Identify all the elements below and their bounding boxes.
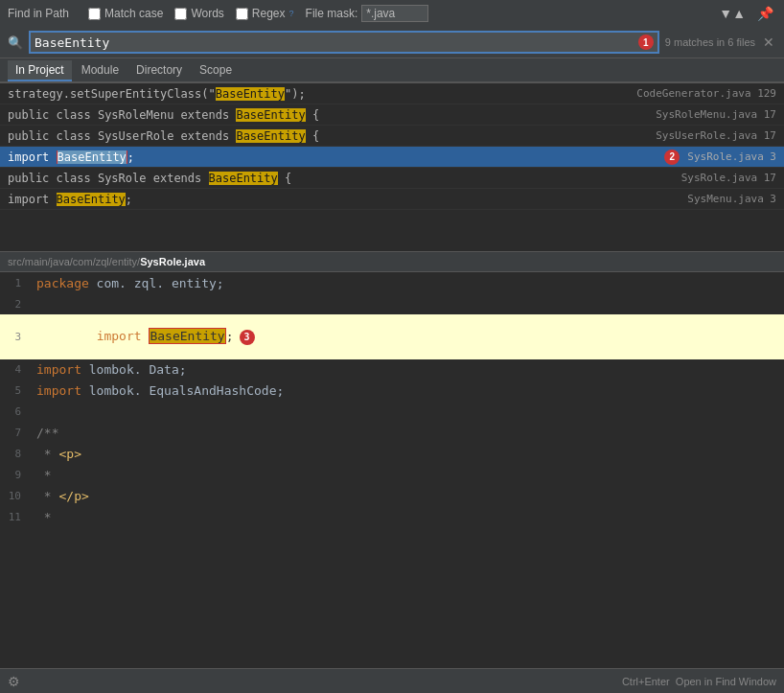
line-content: * [29,468,784,482]
result-code: public class SysRoleMenu extends BaseEnt… [8,108,648,122]
result-row-selected[interactable]: import BaseEntity; 2 SysRole.java 3 [0,147,784,168]
words-label: Words [191,7,223,20]
file-mask-label: File mask: [306,5,429,22]
result-row[interactable]: import BaseEntity; SysMenu.java 3 [0,189,784,210]
file-path-bar: src/main/java/com/zql/entity/SysRole.jav… [0,252,784,272]
line-number: 10 [0,490,29,502]
tab-scope[interactable]: Scope [192,60,240,81]
line-number: 3 [0,331,29,343]
match-case-checkbox[interactable] [88,8,101,20]
result-file: SysRole.java 3 [687,150,776,163]
regex-label: Regex [252,7,286,20]
line-number: 6 [0,405,29,418]
result-code: strategy.setSuperEntityClass("BaseEntity… [8,87,629,101]
line-number: 9 [0,469,29,481]
file-mask-input[interactable] [361,5,428,22]
code-line: 9 * [0,465,784,486]
code-line: 5 import lombok. EqualsAndHashCode; [0,381,784,402]
line-number: 7 [0,427,29,439]
line-content: * [29,510,784,524]
toolbar-icons: ▼▲ 📌 [716,4,776,23]
highlight-box: BaseEntity [149,328,225,344]
results-list: strategy.setSuperEntityClass("BaseEntity… [0,83,784,251]
code-line: 7 /** [0,423,784,444]
status-shortcut: Ctrl+Enter Open in Find Window [622,676,776,687]
match-case-checkbox-label[interactable]: Match case [88,7,163,20]
result-row[interactable]: strategy.setSuperEntityClass("BaseEntity… [0,83,784,104]
result-file: CodeGenerator.java 129 [636,87,776,100]
shortcut-key: Ctrl+Enter [622,676,670,687]
search-input-wrap: 1 [29,31,659,54]
gear-icon[interactable]: ⚙ [8,674,20,689]
result-file: SysRoleMenu.java 17 [656,108,776,121]
result-code: import BaseEntity; [8,193,680,206]
find-in-path-panel: Find in Path Match case Words Regex? Fil… [0,0,784,83]
line-number: 11 [0,511,29,523]
toolbar-title: Find in Path [8,7,69,20]
filter-icon[interactable]: ▼▲ [716,4,749,23]
result-row[interactable]: public class SysRoleMenu extends BaseEnt… [0,104,784,126]
code-line: 10 * </p> [0,486,784,507]
highlight: BaseEntity [216,87,285,101]
badge-1: 1 [638,35,654,50]
search-row: 🔍 1 9 matches in 6 files ✕ [0,27,784,58]
line-content: * </p> [29,489,784,503]
result-file: SysMenu.java 3 [687,193,776,205]
result-code: public class SysUserRole extends BaseEnt… [8,129,648,143]
code-line-highlighted: 3 import BaseEntity;3 [0,314,784,359]
words-checkbox[interactable] [174,8,187,20]
file-path-filename: SysRole.java [140,256,205,267]
highlight: BaseEntity [236,129,305,143]
toolbar-row: Find in Path Match case Words Regex? Fil… [0,0,784,27]
clear-search-button[interactable]: ✕ [761,35,776,50]
code-line: 2 [0,293,784,314]
line-number: 1 [0,277,29,289]
highlight: BaseEntity [57,193,126,206]
file-path-prefix: src/main/java/com/zql/entity/ [8,256,140,267]
code-line: 4 import lombok. Data; [0,359,784,381]
line-content: * <p> [29,447,784,461]
tab-in-project[interactable]: In Project [8,60,72,81]
code-line: 6 [0,402,784,423]
highlight: BaseEntity [236,108,305,122]
line-content: import lombok. Data; [29,362,784,377]
search-input[interactable] [35,35,634,50]
line-number: 2 [0,298,29,311]
scope-tabs: In Project Module Directory Scope [0,58,784,82]
code-area: 1 package com. zql. entity; 2 3 import B… [0,272,784,528]
pin-icon[interactable]: 📌 [754,4,776,23]
words-checkbox-label[interactable]: Words [174,7,223,20]
status-bar: ⚙ Ctrl+Enter Open in Find Window [0,668,784,693]
match-count: 9 matches in 6 files [665,36,755,48]
result-file: SysUserRole.java 17 [656,129,776,142]
code-preview: src/main/java/com/zql/entity/SysRole.jav… [0,251,784,528]
badge-2: 2 [664,150,680,165]
line-content: import BaseEntity;3 [29,314,784,359]
tab-module[interactable]: Module [74,60,127,81]
match-case-label: Match case [104,7,163,20]
code-line: 1 package com. zql. entity; [0,272,784,293]
badge-3: 3 [240,330,255,345]
result-code: public class SysRole extends BaseEntity … [8,172,674,185]
result-row[interactable]: public class SysRole extends BaseEntity … [0,168,784,189]
line-content: /** [29,426,784,440]
file-mask-text: File mask: [306,7,358,20]
search-icon: 🔍 [8,35,23,50]
regex-checkbox[interactable] [236,8,248,20]
line-number: 8 [0,448,29,460]
result-row[interactable]: public class SysUserRole extends BaseEnt… [0,126,784,147]
line-number: 5 [0,384,29,397]
code-line: 8 * <p> [0,444,784,465]
code-line: 11 * [0,507,784,528]
highlight-selected: BaseEntity [57,150,127,164]
regex-help-icon: ? [289,9,294,18]
regex-checkbox-label[interactable]: Regex? [236,7,294,20]
line-content: package com. zql. entity; [29,276,784,290]
tab-directory[interactable]: Directory [128,60,190,81]
highlight: BaseEntity [209,172,278,185]
result-code: import BaseEntity; [8,150,658,164]
result-file: SysRole.java 17 [681,172,776,184]
line-number: 4 [0,363,29,376]
line-content: import lombok. EqualsAndHashCode; [29,383,784,398]
open-find-label: Open in Find Window [676,676,776,687]
